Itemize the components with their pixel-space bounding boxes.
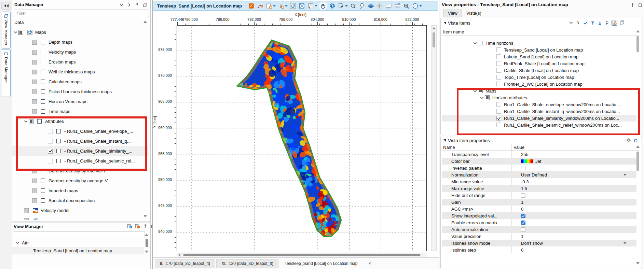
state-box[interactable] [32, 99, 37, 104]
vista-tree-row[interactable]: Frontier_2_WC [Local] on Location map [442, 81, 636, 87]
tree-row[interactable]: Calculated maps [12, 77, 148, 87]
item-checkbox[interactable] [478, 41, 483, 45]
state-box[interactable] [32, 109, 37, 114]
scroll-up-icon[interactable] [636, 145, 640, 148]
vista-tree-row[interactable]: Topo_Time [Local] on Location map [442, 74, 636, 81]
chevron-down-icon[interactable] [273, 5, 276, 7]
tree-row[interactable]: - Run1_Carlile_Shale_similarity_... [12, 146, 148, 156]
property-row[interactable]: Inverted palette [442, 165, 636, 171]
chevron-down-icon[interactable] [14, 240, 20, 245]
state-box[interactable] [48, 159, 53, 164]
tree-row[interactable]: Erosion maps [12, 57, 148, 67]
visibility-checkbox[interactable] [56, 129, 61, 133]
chevron-down-icon[interactable] [419, 5, 422, 7]
property-row[interactable]: Isolines show modeDon't show [442, 240, 636, 246]
tree-row[interactable]: - Run1_Carlile_Shale_instant_q... [12, 136, 148, 146]
visibility-checkbox[interactable] [41, 60, 45, 64]
state-box[interactable] [32, 40, 37, 45]
vista-item-properties-header[interactable]: Vista item properties [443, 138, 490, 143]
vista-tree-row[interactable]: Lakota_Sand [Local] on Location map [442, 53, 636, 60]
item-checkbox[interactable] [496, 75, 501, 80]
unchecked-checkbox[interactable] [521, 166, 525, 170]
pan-hand-icon[interactable] [319, 2, 327, 10]
lasso-small-icon[interactable] [604, 20, 609, 25]
item-checkbox[interactable] [496, 47, 501, 52]
surface-map-icon[interactable] [247, 2, 255, 10]
visibility-checkbox[interactable] [41, 40, 45, 44]
float-icon[interactable] [638, 2, 643, 8]
scrollbar-thumb[interactable] [636, 152, 639, 171]
state-box[interactable] [24, 218, 29, 220]
filter-input[interactable] [14, 10, 149, 17]
panel-splitter[interactable] [12, 221, 150, 223]
tree-row[interactable]: Depth maps [12, 37, 148, 47]
move-up-icon[interactable] [590, 20, 595, 25]
vista-tree-row[interactable]: RedPeak_Shale [Local] on Location map [442, 60, 636, 67]
chevron-right-icon[interactable] [127, 2, 132, 8]
checked-state-box[interactable] [48, 149, 53, 154]
tree-row[interactable]: Attributes [12, 116, 148, 126]
unchecked-checkbox[interactable] [521, 193, 525, 198]
tree-row[interactable]: Velocity maps [12, 47, 148, 57]
item-checkbox[interactable] [496, 123, 501, 127]
scrollbar-thumb[interactable] [146, 239, 148, 247]
property-row[interactable]: Show interpolated val... [442, 212, 636, 219]
state-box[interactable] [32, 60, 37, 65]
tree-row[interactable]: Well tie thickness maps [12, 67, 148, 77]
tree-row[interactable]: Horizon Vrms maps [12, 97, 148, 107]
tree-row[interactable]: Time maps [12, 107, 148, 116]
state-box[interactable] [18, 30, 23, 35]
property-row[interactable]: AGC <ms>0 [442, 206, 636, 212]
document-tab[interactable]: XL=120 (data_3D_teapot_ft) [216, 259, 278, 268]
property-row[interactable]: Max range value1.5 [442, 185, 636, 192]
state-box[interactable] [32, 50, 37, 55]
scroll-left-icon[interactable] [178, 253, 180, 257]
remove-view-icon[interactable] [135, 224, 140, 229]
state-box[interactable] [32, 169, 37, 173]
property-value[interactable]: Don't show [521, 240, 636, 246]
chevron-down-icon[interactable] [12, 30, 18, 35]
view-manager-group-row[interactable]: Attr [12, 239, 142, 246]
state-box[interactable] [32, 89, 37, 94]
tree-row[interactable]: Gardner density by interval-V [12, 166, 148, 176]
chevron-down-icon[interactable] [345, 5, 348, 7]
property-value[interactable] [521, 192, 636, 199]
property-value[interactable]: 0 [521, 246, 636, 253]
visibility-checkbox[interactable] [41, 70, 45, 74]
vista-tree-row[interactable]: Run1_Carlile_Shale_envelope_window200ms … [442, 101, 636, 108]
visibility-checkbox[interactable] [41, 50, 45, 54]
chevron-down-icon[interactable] [568, 20, 574, 25]
map-vertical-scrollbar[interactable] [431, 25, 437, 251]
vista-items-header[interactable]: Vista items [443, 20, 470, 26]
settings-gear-small-icon[interactable] [626, 138, 631, 143]
tree-row[interactable]: - Run1_Carlile_Shale_seismic_rel... [12, 156, 148, 166]
close-tab-button[interactable]: × [367, 261, 372, 266]
vista-tree-row[interactable]: Maps [442, 87, 636, 94]
visibility-checkbox[interactable] [41, 89, 45, 94]
chevron-down-icon[interactable] [472, 88, 478, 93]
visibility-checkbox[interactable] [41, 169, 45, 173]
tree-row[interactable]: Picked horizons thickness maps [12, 87, 148, 97]
state-box[interactable] [24, 208, 29, 213]
map-add-icon[interactable] [307, 2, 318, 10]
scroll-down-icon[interactable] [636, 262, 640, 265]
property-row[interactable]: Min range value-0.3 [442, 178, 636, 185]
snap-crosshair-icon[interactable] [376, 2, 384, 10]
zoom-actual-icon[interactable] [402, 2, 410, 10]
property-value[interactable]: 1 [521, 233, 636, 240]
item-checkbox[interactable] [496, 54, 501, 59]
property-row[interactable]: Value precision1 [442, 233, 636, 240]
vista-tree-row[interactable]: Time horizons [442, 40, 636, 46]
document-tab[interactable]: IL=170 (data_3D_teapot_ft) [155, 259, 215, 268]
property-row[interactable]: Hide out of range [442, 192, 636, 199]
property-row[interactable]: Enable errors on matrix [442, 219, 636, 226]
scrollbar-thumb[interactable] [183, 254, 421, 256]
tree-row[interactable] [12, 215, 148, 220]
tree-row[interactable]: - Run1_Carlile_Shale_envelope_... [12, 126, 148, 136]
item-checkbox[interactable] [496, 68, 501, 73]
visibility-checkbox[interactable] [56, 139, 61, 143]
property-value[interactable] [521, 219, 636, 226]
state-box[interactable] [48, 129, 53, 134]
add-view-icon[interactable] [127, 224, 132, 229]
scrollbar-thumb[interactable] [433, 32, 435, 47]
